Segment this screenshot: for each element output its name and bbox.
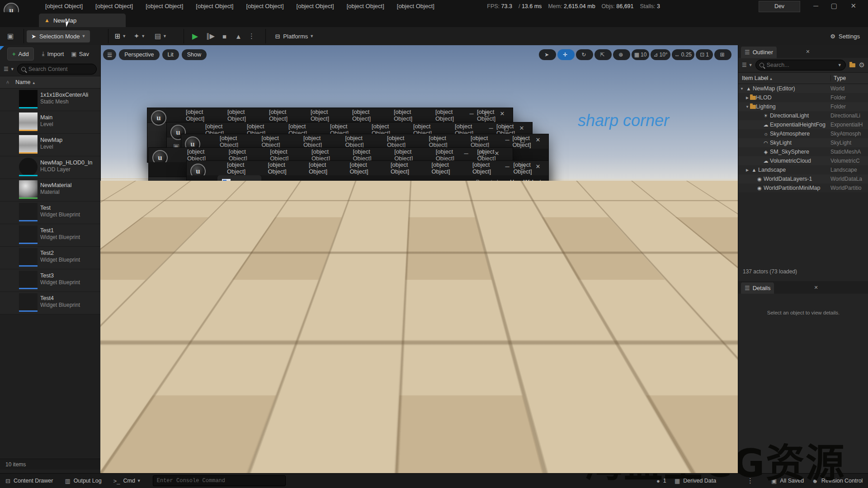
menu-item[interactable]: [object Object] xyxy=(344,161,385,175)
category-common[interactable]: ▼COMMON xyxy=(149,233,187,244)
asset-list-item[interactable]: NewMap_HLOD0_In HLOD Layer xyxy=(0,156,100,179)
menu-item[interactable]: [object Object] xyxy=(306,148,347,162)
asset-list-item[interactable]: Test2 Widget Blueprint xyxy=(0,247,100,269)
save-icon[interactable]: ▣ xyxy=(156,180,162,188)
diff-button[interactable]: Diff xyxy=(282,196,290,202)
menu-item[interactable]: [object Object] xyxy=(290,3,340,9)
menu-item[interactable]: [object Object] xyxy=(189,3,240,9)
category-audio[interactable]: ▶AUDIO xyxy=(187,238,297,248)
minimize-button[interactable]: ─ xyxy=(500,163,515,170)
expand-toolbar-icon[interactable]: » xyxy=(424,195,428,203)
palette-widget-item[interactable]: ▣Image xyxy=(149,271,187,280)
expand-arrow-icon[interactable]: ▶ xyxy=(745,96,750,100)
level-tab-newmap[interactable]: ▲ NewMap xyxy=(39,14,126,27)
maximize-button[interactable]: ▢ xyxy=(515,163,530,170)
minimize-button[interactable]: ─ xyxy=(483,125,499,131)
stop-button[interactable]: ■ xyxy=(340,195,353,203)
maximize-button[interactable]: ▢ xyxy=(831,2,837,10)
palette-widget-item[interactable]: ▢Border xyxy=(187,258,297,267)
type-column-header[interactable]: Type xyxy=(830,75,868,81)
minimize-button[interactable]: ─ xyxy=(500,136,515,143)
name-column-header[interactable]: Name ▲ xyxy=(15,79,36,85)
designer-canvas[interactable]: Zoom -4 ◔None▣🔒▤R▦4➤▨⊿Scre Enabled syste… xyxy=(304,216,548,382)
viewport-tool-button[interactable]: ⊞ xyxy=(714,49,731,60)
maximize-button[interactable]: ▢ xyxy=(499,125,514,131)
canvas-tool-chip[interactable]: ▤ xyxy=(417,219,436,230)
browse-to-asset-icon[interactable]: ⌕ xyxy=(175,180,179,188)
close-icon[interactable]: ✕ xyxy=(231,304,234,309)
outliner-row[interactable]: ◉ WorldDataLayers-1 WorldDataLa xyxy=(738,174,868,183)
viewport-tool-button[interactable]: ⊕ xyxy=(613,49,630,60)
platforms-button[interactable]: ⊟ Platforms ▼ xyxy=(275,33,314,40)
tab-palette[interactable]: ◑ Palette ✕ xyxy=(190,210,230,221)
expand-arrow-icon[interactable]: ▶ xyxy=(745,168,750,172)
asset-tab-test3[interactable]: Test3 ✕ xyxy=(217,175,261,190)
minimize-button[interactable]: ─ xyxy=(464,110,479,117)
palette-widget-item[interactable]: ▢Border xyxy=(149,244,187,253)
outliner-row[interactable]: ◈ SM_SkySphere StaticMeshA xyxy=(738,147,868,156)
close-button[interactable]: ✕ xyxy=(530,136,546,143)
menu-item[interactable]: [object Object] xyxy=(297,135,340,148)
viewport-tool-button[interactable]: ➤ xyxy=(539,49,556,60)
outliner-row[interactable]: ◉ WorldPartitionMiniMap WorldPartitio xyxy=(738,183,868,192)
asset-list-item[interactable]: 1x1x1BoxCenterAli Static Mesh xyxy=(0,89,100,111)
menu-item[interactable]: [object Object] xyxy=(263,108,305,122)
filter-icon[interactable]: ☰▼ xyxy=(4,66,14,72)
show-button[interactable]: Show xyxy=(182,49,207,60)
viewport-tool-button[interactable]: ↻ xyxy=(576,49,593,60)
add-actor-icon[interactable]: ⊞▼ xyxy=(111,32,129,40)
scrollbar[interactable] xyxy=(294,261,296,300)
menu-item[interactable]: [object Object] xyxy=(264,148,306,162)
close-icon[interactable]: ✕ xyxy=(222,213,226,218)
maximize-button[interactable]: ▢ xyxy=(479,110,495,117)
close-icon[interactable]: ✕ xyxy=(814,285,818,291)
asset-list-item[interactable]: Test4 Widget Blueprint xyxy=(0,292,100,314)
viewport-tool-button[interactable]: ↔0.25 xyxy=(672,49,694,60)
asset-list-item[interactable]: Test3 Widget Blueprint xyxy=(0,269,100,292)
menu-item[interactable]: [object Object] xyxy=(388,108,429,122)
gear-icon[interactable]: ⚙ xyxy=(859,61,865,69)
graph-mode-button[interactable]: ◉ Graph xyxy=(506,193,539,205)
hierarchy-root-item[interactable]: [Test3] xyxy=(187,328,297,338)
canvas-tool-chip[interactable]: 🔒 xyxy=(396,219,415,230)
close-icon[interactable]: ✕ xyxy=(806,49,810,55)
canvas-tool-chip[interactable]: R xyxy=(439,219,458,230)
menu-item[interactable]: [object Object] xyxy=(240,3,290,9)
skip-button[interactable]: ∥▶ xyxy=(326,195,340,203)
animations-button[interactable]: ▤Animations xyxy=(250,385,287,391)
hierarchy-root-item[interactable]: [Test4] xyxy=(149,313,187,322)
output-log-button[interactable]: ▥Output Log xyxy=(299,385,336,391)
tab-library[interactable]: Library xyxy=(231,209,264,221)
gear-icon[interactable]: ⚙ xyxy=(484,350,492,361)
parent-class-link[interactable]: User Widget xyxy=(510,179,541,185)
close-button[interactable]: ✕ xyxy=(489,150,505,157)
close-button[interactable]: ✕ xyxy=(850,2,856,10)
maximize-button[interactable]: ▢ xyxy=(515,136,530,143)
play-options-icon[interactable]: ⋮ xyxy=(245,32,257,40)
close-button[interactable]: ✕ xyxy=(495,110,510,117)
menu-item[interactable]: [object Object] xyxy=(340,135,382,148)
browse-to-asset-icon[interactable]: ⌕ xyxy=(206,195,222,203)
play-button[interactable]: ▶ xyxy=(187,32,203,41)
skip-button[interactable]: ∥▶ xyxy=(203,32,217,40)
new-folder-icon[interactable] xyxy=(849,63,855,67)
asset-list-item[interactable]: Test Widget Blueprint xyxy=(0,202,100,224)
outliner-row[interactable]: ▶ ▲ Landscape Landscape xyxy=(738,165,868,174)
tab-hierarchy[interactable]: ☰ Hierarchy ✕ xyxy=(190,300,238,312)
menu-item[interactable]: [object Object] xyxy=(340,3,391,9)
outliner-row[interactable]: ◠ SkyLight SkyLight xyxy=(738,138,868,147)
outliner-row[interactable]: ☼ SkyAtmosphere SkyAtmosph xyxy=(738,129,868,138)
asset-list-item[interactable]: Test1 Widget Blueprint xyxy=(0,224,100,247)
canvas-tool-chip[interactable]: ▣ xyxy=(375,219,394,230)
designer-mode-button[interactable]: ✎ Designer xyxy=(441,193,483,205)
menu-item[interactable]: [object Object] xyxy=(223,148,264,162)
compile-label[interactable]: Compile xyxy=(237,196,259,202)
palette-widget-item[interactable]: ▣Image xyxy=(187,286,297,295)
settings-button[interactable]: ⚙ Settings xyxy=(830,33,860,40)
menu-item[interactable]: [object Object] xyxy=(89,3,139,9)
tab-details[interactable]: ☰ Details xyxy=(741,282,774,294)
cmd-dropdown[interactable]: >_Cmd▼ xyxy=(348,385,375,391)
maximize-button[interactable]: ▢ xyxy=(474,150,489,157)
menu-item[interactable]: [object Object] xyxy=(262,161,303,175)
menu-item[interactable]: [object Object] xyxy=(39,3,89,9)
